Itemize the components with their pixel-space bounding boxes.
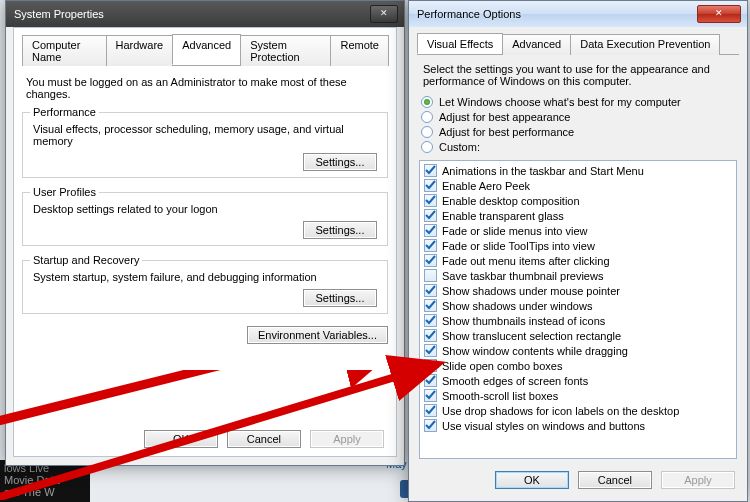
radio-icon — [421, 111, 433, 123]
checkbox-option[interactable]: Animations in the taskbar and Start Menu — [422, 163, 734, 178]
admin-notice: You must be logged on as an Administrato… — [26, 76, 384, 100]
ok-button[interactable]: OK — [144, 430, 218, 448]
tab-visual-effects[interactable]: Visual Effects — [417, 33, 503, 54]
checkbox-icon — [424, 299, 437, 312]
tabstrip: Visual EffectsAdvancedData Execution Pre… — [417, 33, 739, 55]
checkbox-icon — [424, 269, 437, 282]
checkbox-option[interactable]: Slide open combo boxes — [422, 358, 734, 373]
startup-settings-button[interactable]: Settings... — [303, 289, 377, 307]
annotation-arrow-icon — [0, 370, 454, 430]
cancel-button[interactable]: Cancel — [578, 471, 652, 489]
group-legend: User Profiles — [30, 186, 99, 198]
checkbox-label: Show shadows under mouse pointer — [442, 285, 620, 297]
checkbox-option[interactable]: Smooth-scroll list boxes — [422, 388, 734, 403]
checkbox-icon — [424, 239, 437, 252]
radio-option[interactable]: Custom: — [421, 141, 739, 153]
visual-effects-list[interactable]: Animations in the taskbar and Start Menu… — [419, 160, 737, 459]
ok-button[interactable]: OK — [495, 471, 569, 489]
checkbox-option[interactable]: Show shadows under windows — [422, 298, 734, 313]
background-fragment: lows LiveMovie Dataom The W — [0, 460, 90, 502]
checkbox-option[interactable]: Use visual styles on windows and buttons — [422, 418, 734, 433]
group-legend: Startup and Recovery — [30, 254, 142, 266]
checkbox-label: Save taskbar thumbnail previews — [442, 270, 603, 282]
performance-group: Performance Visual effects, processor sc… — [22, 112, 388, 178]
env-vars-button[interactable]: Environment Variables... — [247, 326, 388, 344]
checkbox-icon — [424, 284, 437, 297]
checkbox-icon — [424, 179, 437, 192]
radio-label: Adjust for best performance — [439, 126, 574, 138]
group-text: Visual effects, processor scheduling, me… — [33, 123, 377, 147]
checkbox-option[interactable]: Enable transparent glass — [422, 208, 734, 223]
radio-icon — [421, 126, 433, 138]
checkbox-option[interactable]: Use drop shadows for icon labels on the … — [422, 403, 734, 418]
radio-label: Let Windows choose what's best for my co… — [439, 96, 681, 108]
checkbox-icon — [424, 254, 437, 267]
dialog-buttons: OK Cancel Apply — [417, 465, 739, 489]
tab-system-protection[interactable]: System Protection — [240, 35, 331, 66]
window-title: System Properties — [12, 8, 368, 20]
checkbox-label: Use drop shadows for icon labels on the … — [442, 405, 679, 417]
checkbox-option[interactable]: Save taskbar thumbnail previews — [422, 268, 734, 283]
checkbox-option[interactable]: Fade out menu items after clicking — [422, 253, 734, 268]
radio-icon — [421, 96, 433, 108]
group-text: Desktop settings related to your logon — [33, 203, 377, 215]
tab-data-execution-prevention[interactable]: Data Execution Prevention — [570, 34, 720, 55]
checkbox-label: Enable Aero Peek — [442, 180, 530, 192]
group-text: System startup, system failure, and debu… — [33, 271, 377, 283]
checkbox-option[interactable]: Enable desktop composition — [422, 193, 734, 208]
checkbox-label: Show window contents while dragging — [442, 345, 628, 357]
checkbox-label: Fade or slide menus into view — [442, 225, 588, 237]
radio-option[interactable]: Let Windows choose what's best for my co… — [421, 96, 739, 108]
checkbox-label: Show shadows under windows — [442, 300, 592, 312]
tab-hardware[interactable]: Hardware — [106, 35, 174, 66]
checkbox-icon — [424, 194, 437, 207]
radio-label: Custom: — [439, 141, 480, 153]
checkbox-option[interactable]: Show shadows under mouse pointer — [422, 283, 734, 298]
tab-advanced[interactable]: Advanced — [172, 34, 241, 65]
radio-label: Adjust for best appearance — [439, 111, 570, 123]
apply-button[interactable]: Apply — [661, 471, 735, 489]
checkbox-option[interactable]: Fade or slide ToolTips into view — [422, 238, 734, 253]
checkbox-label: Enable transparent glass — [442, 210, 564, 222]
radio-option[interactable]: Adjust for best appearance — [421, 111, 739, 123]
checkbox-icon — [424, 164, 437, 177]
titlebar[interactable]: Performance Options ✕ — [409, 1, 747, 27]
tabstrip: Computer NameHardwareAdvancedSystem Prot… — [22, 34, 388, 66]
group-legend: Performance — [30, 106, 99, 118]
svg-line-0 — [0, 370, 434, 422]
checkbox-option[interactable]: Enable Aero Peek — [422, 178, 734, 193]
tab-advanced[interactable]: Advanced — [502, 34, 571, 55]
checkbox-icon — [424, 329, 437, 342]
perf-settings-button[interactable]: Settings... — [303, 153, 377, 171]
checkbox-label: Fade out menu items after clicking — [442, 255, 610, 267]
cancel-button[interactable]: Cancel — [227, 430, 301, 448]
window-title: Performance Options — [415, 8, 695, 20]
radio-icon — [421, 141, 433, 153]
checkbox-option[interactable]: Fade or slide menus into view — [422, 223, 734, 238]
startup-recovery-group: Startup and Recovery System startup, sys… — [22, 260, 388, 314]
profiles-settings-button[interactable]: Settings... — [303, 221, 377, 239]
checkbox-icon — [424, 209, 437, 222]
tab-computer-name[interactable]: Computer Name — [22, 35, 107, 66]
checkbox-option[interactable]: Smooth edges of screen fonts — [422, 373, 734, 388]
apply-button[interactable]: Apply — [310, 430, 384, 448]
tab-remote[interactable]: Remote — [330, 35, 389, 66]
checkbox-option[interactable]: Show window contents while dragging — [422, 343, 734, 358]
titlebar[interactable]: System Properties ✕ — [6, 1, 404, 27]
checkbox-icon — [424, 344, 437, 357]
checkbox-label: Show thumbnails instead of icons — [442, 315, 605, 327]
close-icon[interactable]: ✕ — [697, 5, 741, 23]
checkbox-label: Smooth-scroll list boxes — [442, 390, 558, 402]
radio-option[interactable]: Adjust for best performance — [421, 126, 739, 138]
checkbox-label: Smooth edges of screen fonts — [442, 375, 588, 387]
checkbox-label: Slide open combo boxes — [442, 360, 562, 372]
checkbox-label: Animations in the taskbar and Start Menu — [442, 165, 644, 177]
close-icon[interactable]: ✕ — [370, 5, 398, 23]
performance-options-window: Performance Options ✕ Visual EffectsAdva… — [408, 0, 748, 502]
checkbox-option[interactable]: Show translucent selection rectangle — [422, 328, 734, 343]
checkbox-label: Use visual styles on windows and buttons — [442, 420, 645, 432]
checkbox-icon — [424, 224, 437, 237]
checkbox-option[interactable]: Show thumbnails instead of icons — [422, 313, 734, 328]
user-profiles-group: User Profiles Desktop settings related t… — [22, 192, 388, 246]
checkbox-label: Enable desktop composition — [442, 195, 580, 207]
